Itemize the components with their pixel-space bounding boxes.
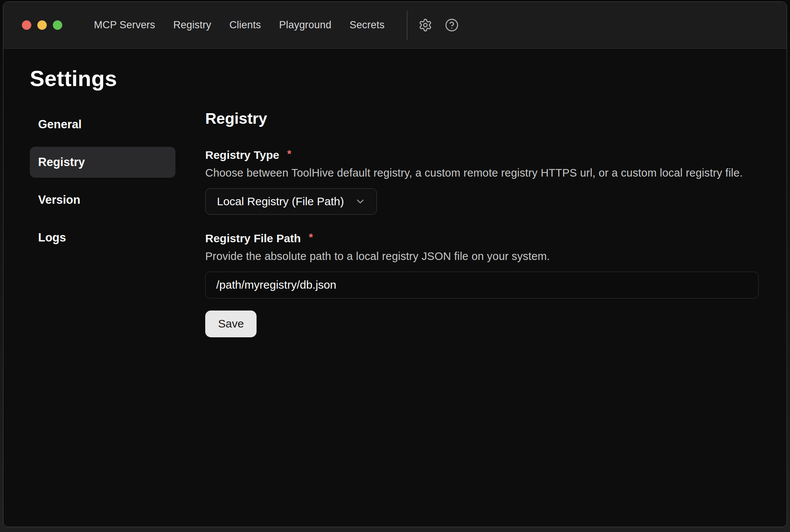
titlebar-icons — [418, 18, 459, 32]
zoom-button[interactable] — [53, 20, 62, 30]
registry-file-path-label-row: Registry File Path * — [205, 232, 759, 244]
registry-type-description: Choose between ToolHive default registry… — [205, 167, 759, 179]
close-button[interactable] — [22, 20, 31, 30]
gear-icon — [418, 18, 432, 32]
titlebar[interactable]: MCP Servers Registry Clients Playground … — [3, 2, 787, 49]
required-marker: * — [287, 148, 291, 160]
registry-file-path-input[interactable] — [205, 272, 759, 298]
app-window: MCP Servers Registry Clients Playground … — [3, 2, 787, 527]
help-icon — [445, 18, 459, 32]
titlebar-divider — [407, 11, 407, 40]
sidebar-item-general[interactable]: General — [30, 109, 175, 140]
save-button[interactable]: Save — [205, 311, 257, 337]
sidebar-item-registry[interactable]: Registry — [30, 147, 175, 178]
nav-item-secrets[interactable]: Secrets — [349, 19, 384, 31]
sidebar-item-version[interactable]: Version — [30, 185, 175, 215]
nav-item-mcp-servers[interactable]: MCP Servers — [94, 19, 155, 31]
help-button[interactable] — [444, 18, 459, 32]
registry-type-selected-value: Local Registry (File Path) — [217, 195, 344, 208]
traffic-lights — [22, 20, 62, 30]
page-title: Settings — [30, 65, 759, 92]
registry-file-path-label: Registry File Path — [205, 232, 301, 244]
nav-item-registry[interactable]: Registry — [173, 19, 211, 31]
settings-content: Settings General Registry Version Logs R… — [3, 49, 787, 527]
registry-file-path-description: Provide the absolute path to a local reg… — [205, 250, 759, 263]
registry-settings-panel: Registry Registry Type * Choose between … — [205, 109, 759, 337]
chevron-down-icon — [355, 196, 366, 207]
sidebar-item-logs[interactable]: Logs — [30, 222, 175, 253]
settings-sidebar: General Registry Version Logs — [30, 109, 175, 337]
registry-type-select[interactable]: Local Registry (File Path) — [205, 188, 377, 215]
settings-gear-button[interactable] — [418, 18, 432, 32]
required-marker: * — [309, 232, 313, 243]
main-nav: MCP Servers Registry Clients Playground … — [94, 19, 384, 31]
registry-type-label-row: Registry Type * — [205, 149, 759, 161]
nav-item-clients[interactable]: Clients — [229, 19, 261, 31]
registry-type-label: Registry Type — [205, 149, 279, 161]
minimize-button[interactable] — [37, 20, 47, 30]
section-heading: Registry — [205, 110, 759, 128]
nav-item-playground[interactable]: Playground — [279, 19, 332, 31]
